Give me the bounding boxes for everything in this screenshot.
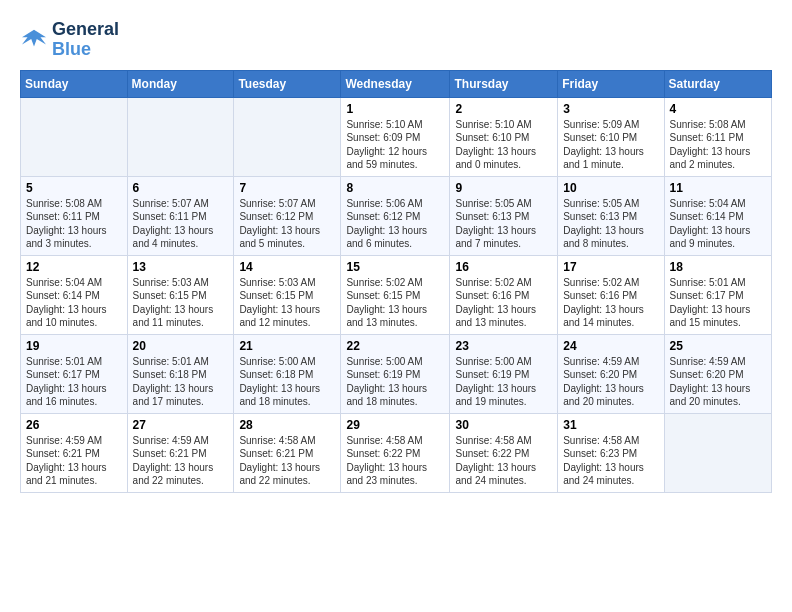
sunrise-label: Sunrise: 5:05 AM (563, 198, 639, 209)
sunrise-label: Sunrise: 4:58 AM (563, 435, 639, 446)
sunrise-label: Sunrise: 5:02 AM (563, 277, 639, 288)
day-number: 29 (346, 418, 444, 432)
day-number: 23 (455, 339, 552, 353)
calendar-cell: 13 Sunrise: 5:03 AM Sunset: 6:15 PM Dayl… (127, 255, 234, 334)
day-info: Sunrise: 5:07 AM Sunset: 6:12 PM Dayligh… (239, 197, 335, 251)
day-info: Sunrise: 4:59 AM Sunset: 6:20 PM Dayligh… (670, 355, 766, 409)
sunset-label: Sunset: 6:13 PM (563, 211, 637, 222)
calendar-cell: 28 Sunrise: 4:58 AM Sunset: 6:21 PM Dayl… (234, 413, 341, 492)
day-info: Sunrise: 5:07 AM Sunset: 6:11 PM Dayligh… (133, 197, 229, 251)
sunrise-label: Sunrise: 4:59 AM (26, 435, 102, 446)
sunset-label: Sunset: 6:23 PM (563, 448, 637, 459)
day-info: Sunrise: 4:59 AM Sunset: 6:21 PM Dayligh… (133, 434, 229, 488)
day-number: 27 (133, 418, 229, 432)
sunrise-label: Sunrise: 5:00 AM (455, 356, 531, 367)
sunrise-label: Sunrise: 5:03 AM (133, 277, 209, 288)
sunrise-label: Sunrise: 5:10 AM (455, 119, 531, 130)
calendar-table: SundayMondayTuesdayWednesdayThursdayFrid… (20, 70, 772, 493)
daylight-label: Daylight: 13 hours and 5 minutes. (239, 225, 320, 250)
calendar-cell: 5 Sunrise: 5:08 AM Sunset: 6:11 PM Dayli… (21, 176, 128, 255)
sunrise-label: Sunrise: 5:10 AM (346, 119, 422, 130)
day-number: 2 (455, 102, 552, 116)
weekday-header: Thursday (450, 70, 558, 97)
calendar-cell: 8 Sunrise: 5:06 AM Sunset: 6:12 PM Dayli… (341, 176, 450, 255)
day-number: 26 (26, 418, 122, 432)
weekday-header: Sunday (21, 70, 128, 97)
calendar-cell (234, 97, 341, 176)
logo-icon (20, 28, 48, 52)
weekday-header: Friday (558, 70, 664, 97)
calendar-cell: 31 Sunrise: 4:58 AM Sunset: 6:23 PM Dayl… (558, 413, 664, 492)
calendar-cell (664, 413, 771, 492)
daylight-label: Daylight: 13 hours and 24 minutes. (563, 462, 644, 487)
calendar-cell: 12 Sunrise: 5:04 AM Sunset: 6:14 PM Dayl… (21, 255, 128, 334)
sunrise-label: Sunrise: 5:03 AM (239, 277, 315, 288)
calendar-week-row: 19 Sunrise: 5:01 AM Sunset: 6:17 PM Dayl… (21, 334, 772, 413)
calendar-cell: 10 Sunrise: 5:05 AM Sunset: 6:13 PM Dayl… (558, 176, 664, 255)
calendar-cell: 19 Sunrise: 5:01 AM Sunset: 6:17 PM Dayl… (21, 334, 128, 413)
day-number: 22 (346, 339, 444, 353)
calendar-cell: 1 Sunrise: 5:10 AM Sunset: 6:09 PM Dayli… (341, 97, 450, 176)
calendar-cell: 20 Sunrise: 5:01 AM Sunset: 6:18 PM Dayl… (127, 334, 234, 413)
sunrise-label: Sunrise: 5:05 AM (455, 198, 531, 209)
daylight-label: Daylight: 13 hours and 22 minutes. (133, 462, 214, 487)
daylight-label: Daylight: 13 hours and 20 minutes. (670, 383, 751, 408)
day-info: Sunrise: 5:02 AM Sunset: 6:15 PM Dayligh… (346, 276, 444, 330)
sunset-label: Sunset: 6:22 PM (346, 448, 420, 459)
sunset-label: Sunset: 6:21 PM (26, 448, 100, 459)
daylight-label: Daylight: 13 hours and 16 minutes. (26, 383, 107, 408)
day-info: Sunrise: 5:03 AM Sunset: 6:15 PM Dayligh… (133, 276, 229, 330)
day-number: 31 (563, 418, 658, 432)
calendar-cell: 24 Sunrise: 4:59 AM Sunset: 6:20 PM Dayl… (558, 334, 664, 413)
calendar-cell: 4 Sunrise: 5:08 AM Sunset: 6:11 PM Dayli… (664, 97, 771, 176)
sunset-label: Sunset: 6:19 PM (346, 369, 420, 380)
sunrise-label: Sunrise: 5:02 AM (455, 277, 531, 288)
daylight-label: Daylight: 13 hours and 21 minutes. (26, 462, 107, 487)
day-number: 16 (455, 260, 552, 274)
calendar-cell: 23 Sunrise: 5:00 AM Sunset: 6:19 PM Dayl… (450, 334, 558, 413)
daylight-label: Daylight: 13 hours and 13 minutes. (455, 304, 536, 329)
sunset-label: Sunset: 6:13 PM (455, 211, 529, 222)
sunrise-label: Sunrise: 5:07 AM (239, 198, 315, 209)
day-number: 3 (563, 102, 658, 116)
calendar-cell: 29 Sunrise: 4:58 AM Sunset: 6:22 PM Dayl… (341, 413, 450, 492)
sunrise-label: Sunrise: 4:58 AM (455, 435, 531, 446)
sunset-label: Sunset: 6:21 PM (133, 448, 207, 459)
day-info: Sunrise: 4:59 AM Sunset: 6:21 PM Dayligh… (26, 434, 122, 488)
day-number: 4 (670, 102, 766, 116)
calendar-cell: 2 Sunrise: 5:10 AM Sunset: 6:10 PM Dayli… (450, 97, 558, 176)
calendar-cell: 30 Sunrise: 4:58 AM Sunset: 6:22 PM Dayl… (450, 413, 558, 492)
calendar-cell: 6 Sunrise: 5:07 AM Sunset: 6:11 PM Dayli… (127, 176, 234, 255)
sunrise-label: Sunrise: 4:59 AM (133, 435, 209, 446)
sunset-label: Sunset: 6:14 PM (26, 290, 100, 301)
daylight-label: Daylight: 13 hours and 18 minutes. (239, 383, 320, 408)
weekday-header-row: SundayMondayTuesdayWednesdayThursdayFrid… (21, 70, 772, 97)
calendar-cell: 27 Sunrise: 4:59 AM Sunset: 6:21 PM Dayl… (127, 413, 234, 492)
daylight-label: Daylight: 13 hours and 17 minutes. (133, 383, 214, 408)
sunset-label: Sunset: 6:12 PM (239, 211, 313, 222)
day-number: 18 (670, 260, 766, 274)
sunset-label: Sunset: 6:15 PM (346, 290, 420, 301)
day-number: 19 (26, 339, 122, 353)
daylight-label: Daylight: 13 hours and 7 minutes. (455, 225, 536, 250)
day-number: 15 (346, 260, 444, 274)
page-header: General Blue (20, 20, 772, 60)
daylight-label: Daylight: 13 hours and 3 minutes. (26, 225, 107, 250)
day-info: Sunrise: 5:00 AM Sunset: 6:19 PM Dayligh… (346, 355, 444, 409)
calendar-cell: 11 Sunrise: 5:04 AM Sunset: 6:14 PM Dayl… (664, 176, 771, 255)
calendar-cell: 21 Sunrise: 5:00 AM Sunset: 6:18 PM Dayl… (234, 334, 341, 413)
daylight-label: Daylight: 13 hours and 4 minutes. (133, 225, 214, 250)
day-info: Sunrise: 4:59 AM Sunset: 6:20 PM Dayligh… (563, 355, 658, 409)
day-info: Sunrise: 5:01 AM Sunset: 6:17 PM Dayligh… (670, 276, 766, 330)
day-number: 21 (239, 339, 335, 353)
sunrise-label: Sunrise: 5:01 AM (670, 277, 746, 288)
day-number: 12 (26, 260, 122, 274)
calendar-cell: 25 Sunrise: 4:59 AM Sunset: 6:20 PM Dayl… (664, 334, 771, 413)
day-number: 5 (26, 181, 122, 195)
daylight-label: Daylight: 13 hours and 9 minutes. (670, 225, 751, 250)
daylight-label: Daylight: 13 hours and 10 minutes. (26, 304, 107, 329)
day-number: 28 (239, 418, 335, 432)
sunrise-label: Sunrise: 5:09 AM (563, 119, 639, 130)
sunset-label: Sunset: 6:11 PM (670, 132, 744, 143)
day-number: 13 (133, 260, 229, 274)
